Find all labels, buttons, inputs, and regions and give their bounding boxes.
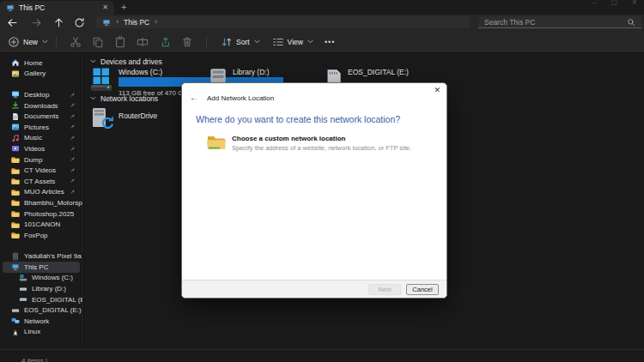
sidebar-item-documents[interactable]: Documents	[3, 111, 80, 122]
new-button[interactable]: New	[8, 36, 48, 48]
sidebar-item-label: Videos	[24, 145, 45, 153]
next-button[interactable]: Next	[368, 284, 401, 295]
breadcrumb-item-this-pc[interactable]: This PC	[124, 18, 149, 27]
tab-close-icon[interactable]: ✕	[102, 4, 108, 11]
sidebar-item-eos-digital-e-[interactable]: EOS_DIGITAL (E:)	[3, 294, 80, 305]
drive-name: EOS_DIGITAL (E:)	[348, 68, 409, 76]
refresh-icon[interactable]	[74, 17, 85, 28]
cancel-button[interactable]: Cancel	[406, 284, 439, 295]
sidebar-item-this-pc[interactable]: This PC	[3, 262, 80, 273]
folder-icon	[11, 177, 20, 185]
sidebar-item-eos-digital-e-[interactable]: EOS_DIGITAL (E:)	[3, 305, 80, 316]
sidebar-item-photoshop-2025[interactable]: Photoshop.2025	[3, 208, 80, 220]
sidebar-item-music[interactable]: Music	[3, 133, 80, 144]
divider	[56, 36, 57, 47]
sidebar-item-yadullah-s-pixel-9a[interactable]: Yadullah's Pixel 9a	[3, 251, 80, 262]
search-icon	[627, 18, 635, 27]
view-button[interactable]: View	[272, 36, 313, 48]
chevron-down-icon	[307, 39, 313, 44]
more-options-button[interactable]: •••	[325, 38, 335, 46]
drive-name: Library (D:)	[233, 68, 270, 76]
network-location-name: RouterDrive	[118, 112, 157, 120]
breadcrumb[interactable]: › This PC ›	[96, 16, 471, 28]
sidebar-item-linux[interactable]: Linux	[3, 327, 80, 338]
chevron-right-icon[interactable]: ›	[116, 18, 118, 26]
dialog-footer: Next Cancel	[182, 280, 447, 298]
back-icon[interactable]	[7, 17, 18, 28]
sort-button[interactable]: Sort	[221, 36, 260, 48]
chevron-down-icon[interactable]	[90, 96, 96, 102]
sidebar-item-bhambhu-motorsport[interactable]: Bhambhu_Motorsport	[3, 197, 80, 208]
sidebar-item-gallery[interactable]: Gallery	[3, 69, 80, 80]
chevron-right-icon[interactable]: ›	[155, 18, 157, 26]
add-network-location-dialog: ✕ ← Add Network Location Where do you wa…	[181, 82, 447, 299]
drive-icon	[19, 285, 27, 293]
sidebar-item-label: Photoshop.2025	[24, 210, 74, 218]
item-count: 4 items |	[21, 357, 47, 362]
sidebar-item-downloads[interactable]: Downloads	[3, 100, 80, 112]
new-tab-button[interactable]: +	[121, 2, 126, 13]
rename-button[interactable]	[137, 36, 149, 48]
sidebar-item-label: Yadullah's Pixel 9a	[24, 252, 82, 260]
pin-icon	[70, 113, 76, 119]
sidebar-item-muo-articles[interactable]: MUO Articles	[3, 187, 80, 198]
sidebar-item-foxpop[interactable]: FoxPop	[3, 230, 80, 241]
sidebar-item-label: Bhambhu_Motorsport	[24, 199, 83, 207]
close-button[interactable]: ✕	[632, 0, 637, 6]
window-controls: – ▢ ✕	[592, 0, 637, 6]
up-icon[interactable]	[53, 17, 64, 28]
copy-button[interactable]	[92, 36, 104, 48]
folder-icon	[207, 135, 226, 150]
sidebar-item-network[interactable]: Network	[3, 316, 80, 327]
pictures-icon	[11, 123, 20, 131]
downloads-icon	[11, 101, 20, 110]
option-title: Choose a custom network location	[232, 135, 411, 142]
sidebar-item-label: Home	[24, 59, 42, 67]
sidebar-item-label: Windows (C:)	[32, 274, 73, 281]
minimize-button[interactable]: –	[592, 0, 596, 6]
sidebar-item-videos[interactable]: Videos	[3, 143, 80, 154]
tab-this-pc[interactable]: This PC ✕	[0, 1, 114, 15]
sidebar-item-label: MUO Articles	[24, 188, 64, 196]
share-button[interactable]	[159, 36, 171, 48]
back-arrow-icon[interactable]: ←	[190, 94, 198, 102]
phone-icon	[11, 252, 20, 261]
section-network-locations[interactable]: Network locations	[90, 94, 158, 103]
section-devices-and-drives[interactable]: Devices and drives	[90, 57, 162, 66]
pin-icon	[70, 146, 76, 152]
sidebar-item-101canon[interactable]: 101CANON	[3, 219, 80, 230]
pin-icon	[70, 92, 76, 98]
sidebar-item-label: Linux	[24, 328, 40, 335]
section-label: Devices and drives	[100, 57, 162, 66]
sidebar-item-label: 101CANON	[24, 220, 60, 228]
pin-icon	[70, 135, 76, 141]
sidebar-item-pictures[interactable]: Pictures	[3, 122, 80, 133]
sidebar-item-label: CT Assets	[24, 178, 55, 185]
chevron-down-icon[interactable]	[90, 59, 96, 65]
sidebar-item-ct-assets[interactable]: CT Assets	[3, 176, 80, 187]
sidebar-item-dump[interactable]: Dump	[3, 154, 80, 166]
windows-drive-icon	[19, 274, 27, 282]
search-input[interactable]: Search This PC	[478, 16, 641, 28]
sidebar-item-library-d-[interactable]: Library (D:)	[3, 283, 80, 294]
sidebar-item-label: Desktop	[24, 91, 49, 99]
sidebar-item-desktop[interactable]: Desktop	[3, 89, 80, 100]
forward-icon[interactable]	[31, 17, 42, 28]
windows-drive-icon	[89, 67, 113, 91]
close-icon[interactable]: ✕	[434, 87, 440, 94]
pin-icon	[70, 189, 76, 195]
command-bar: New Sort View •••	[0, 31, 644, 53]
delete-button[interactable]	[181, 36, 193, 48]
sidebar-item-home[interactable]: Home	[3, 57, 80, 69]
videos-icon	[11, 144, 20, 153]
pin-icon	[70, 124, 76, 130]
sidebar-item-windows-c-[interactable]: Windows (C:)	[3, 273, 80, 284]
sidebar-item-ct-videos[interactable]: CT Videos	[3, 165, 80, 176]
cut-button[interactable]	[70, 36, 82, 48]
network-drive-icon	[91, 106, 113, 130]
sidebar-item-label: Network	[24, 317, 49, 325]
option-custom-network-location[interactable]: Choose a custom network location Specify…	[207, 135, 411, 152]
tab-label: This PC	[19, 3, 45, 12]
maximize-button[interactable]: ▢	[611, 0, 617, 6]
paste-button[interactable]	[114, 36, 126, 48]
